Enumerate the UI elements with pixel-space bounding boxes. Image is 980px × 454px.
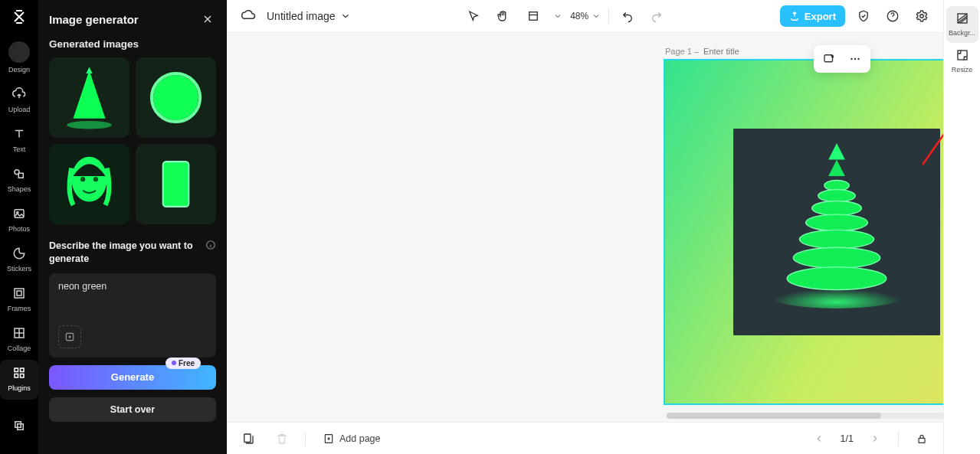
- page-title-input[interactable]: [703, 47, 809, 56]
- add-page-button[interactable]: Add page: [318, 428, 385, 449]
- nav-label: Frames: [8, 305, 31, 312]
- nav-bottom[interactable]: [0, 413, 38, 445]
- generated-thumb-1[interactable]: [49, 57, 129, 138]
- app-logo[interactable]: [8, 6, 30, 28]
- generated-images-label: Generated images: [49, 38, 216, 50]
- svg-rect-50: [919, 438, 925, 443]
- bottom-toolbar: Add page 1/1: [227, 422, 943, 454]
- nav-plugins[interactable]: Plugins: [0, 360, 38, 400]
- chevron-down-icon[interactable]: [553, 11, 562, 21]
- nav-text[interactable]: Text: [0, 121, 38, 161]
- text-icon: [11, 126, 28, 142]
- svg-point-38: [812, 201, 862, 216]
- svg-rect-9: [15, 374, 18, 378]
- svg-rect-2: [15, 210, 24, 218]
- lock-button[interactable]: [911, 428, 932, 449]
- panel-title: Image generator: [49, 13, 139, 26]
- more-options-button[interactable]: [843, 47, 867, 70]
- page-indicator: 1/1: [841, 433, 854, 444]
- nav-upload[interactable]: Upload: [0, 81, 38, 121]
- canvas-context-toolbar: [814, 45, 870, 73]
- background-icon: [955, 11, 970, 26]
- select-tool[interactable]: [463, 5, 484, 27]
- nav-label: Photos: [8, 225, 30, 233]
- cloud-sync-icon[interactable]: [238, 5, 259, 27]
- settings-icon[interactable]: [911, 5, 932, 27]
- nav-frames[interactable]: Frames: [0, 280, 38, 320]
- svg-point-23: [93, 177, 98, 181]
- chevron-down-icon: [340, 11, 351, 21]
- document-title[interactable]: Untitled image: [267, 10, 351, 22]
- nav-label: Collage: [8, 345, 31, 352]
- generated-thumb-3[interactable]: [49, 144, 129, 224]
- svg-rect-25: [163, 162, 189, 207]
- zoom-control[interactable]: 48%: [570, 11, 601, 21]
- left-nav: Design Upload Text Shapes Photos Sticker…: [0, 0, 38, 454]
- right-rail: Backgr... Resize: [943, 0, 980, 454]
- page-label: Page 1 –: [665, 47, 809, 56]
- nav-label: Design: [8, 66, 30, 73]
- top-toolbar: Untitled image 48%: [227, 0, 943, 32]
- frames-icon: [11, 285, 28, 302]
- svg-rect-10: [21, 374, 25, 378]
- svg-point-21: [71, 157, 107, 202]
- scrollbar-thumb[interactable]: [667, 413, 881, 419]
- generated-thumb-4[interactable]: [136, 144, 216, 224]
- svg-point-37: [818, 190, 856, 202]
- nav-collage[interactable]: Collage: [0, 320, 38, 360]
- svg-point-46: [857, 58, 859, 60]
- nav-photos[interactable]: Photos: [0, 201, 38, 240]
- nav-label: Text: [13, 145, 26, 153]
- horizontal-scrollbar[interactable]: [667, 413, 943, 419]
- prompt-attach-button[interactable]: [58, 325, 81, 348]
- prev-page-button[interactable]: [808, 428, 830, 449]
- svg-rect-29: [529, 12, 538, 21]
- hand-tool[interactable]: [492, 5, 513, 27]
- crop-tool[interactable]: [521, 5, 546, 27]
- rail-background[interactable]: Backgr...: [946, 6, 978, 43]
- pages-panel-button[interactable]: [238, 428, 259, 449]
- generated-thumb-2[interactable]: [136, 57, 216, 138]
- start-over-button[interactable]: Start over: [49, 397, 216, 422]
- svg-point-31: [920, 15, 924, 18]
- placed-image[interactable]: [733, 129, 940, 335]
- svg-point-40: [799, 230, 873, 248]
- photos-icon: [11, 205, 28, 222]
- shield-icon[interactable]: [853, 5, 874, 27]
- svg-rect-4: [15, 289, 24, 298]
- info-icon[interactable]: [205, 240, 216, 250]
- divider: [898, 431, 899, 446]
- svg-rect-5: [17, 291, 21, 296]
- nav-stickers[interactable]: Stickers: [0, 240, 38, 280]
- next-page-button[interactable]: [864, 428, 886, 449]
- divider: [608, 8, 609, 24]
- svg-point-18: [153, 75, 198, 120]
- shapes-icon: [11, 165, 28, 182]
- free-badge: Free: [166, 358, 201, 369]
- canvas-area[interactable]: Page 1 –: [227, 32, 943, 422]
- svg-rect-1: [18, 173, 23, 178]
- add-page-icon: [323, 433, 335, 445]
- nav-design[interactable]: Design: [0, 37, 38, 81]
- generated-thumbnails: [49, 57, 216, 224]
- design-canvas[interactable]: [664, 59, 943, 405]
- chevron-down-icon: [592, 11, 601, 21]
- nav-label: Upload: [8, 106, 31, 113]
- redo-button[interactable]: [646, 5, 667, 27]
- resize-icon: [955, 47, 970, 63]
- undo-button[interactable]: [617, 5, 638, 27]
- help-icon[interactable]: [882, 5, 903, 27]
- replace-image-button[interactable]: [817, 47, 841, 70]
- prompt-input[interactable]: neon green: [49, 273, 216, 358]
- export-button[interactable]: Export: [780, 5, 845, 27]
- rail-resize[interactable]: Resize: [946, 43, 978, 80]
- svg-point-22: [80, 177, 85, 181]
- upload-icon: [11, 86, 28, 103]
- design-icon: [8, 41, 30, 63]
- nav-shapes[interactable]: Shapes: [0, 161, 38, 201]
- delete-page-button[interactable]: [271, 428, 293, 449]
- nav-label: Shapes: [8, 185, 31, 193]
- stickers-icon: [11, 245, 28, 262]
- close-panel-button[interactable]: [199, 11, 216, 28]
- svg-point-45: [854, 58, 856, 60]
